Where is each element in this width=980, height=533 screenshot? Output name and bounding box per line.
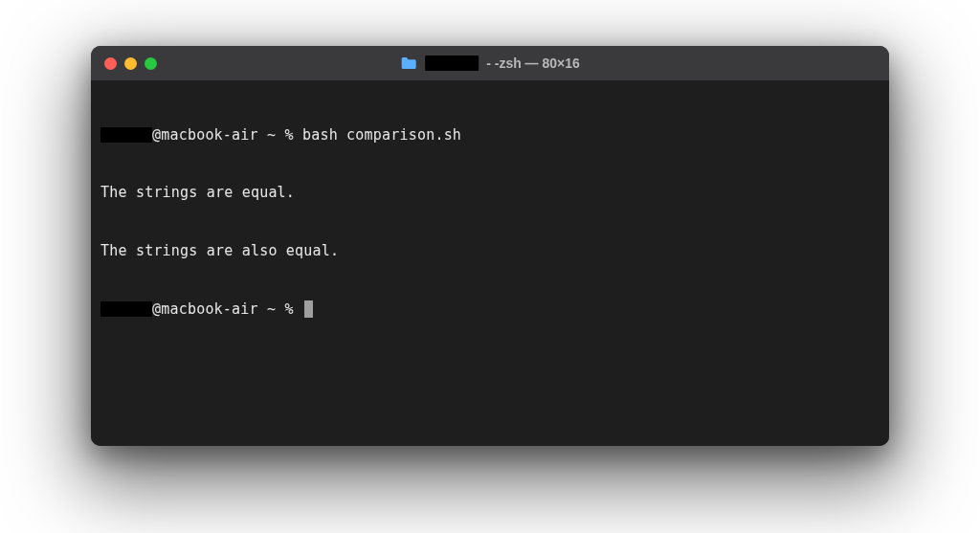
terminal-line: The strings are also equal. xyxy=(100,241,880,260)
window-title: - -zsh — 80×16 xyxy=(400,56,580,71)
terminal-line: @macbook-air ~ % bash comparison.sh xyxy=(100,125,880,144)
output-text: The strings are equal. xyxy=(100,183,295,202)
window-titlebar[interactable]: - -zsh — 80×16 xyxy=(91,46,889,80)
terminal-line: The strings are equal. xyxy=(100,183,880,202)
command-text: bash comparison.sh xyxy=(302,125,461,144)
minimize-button[interactable] xyxy=(124,57,137,70)
redacted-username xyxy=(100,301,152,317)
redacted-username xyxy=(100,127,152,143)
output-text: The strings are also equal. xyxy=(100,241,339,260)
terminal-line: @macbook-air ~ % xyxy=(100,300,880,319)
traffic-lights xyxy=(104,57,157,70)
close-button[interactable] xyxy=(104,57,117,70)
prompt-text: @macbook-air ~ % xyxy=(152,300,302,319)
terminal-window: - -zsh — 80×16 @macbook-air ~ % bash com… xyxy=(91,46,889,446)
redacted-username-title xyxy=(425,56,479,71)
maximize-button[interactable] xyxy=(145,57,157,70)
prompt-text: @macbook-air ~ % xyxy=(152,125,302,144)
cursor xyxy=(304,300,313,318)
folder-icon xyxy=(400,56,417,71)
window-title-text: - -zsh — 80×16 xyxy=(486,56,580,71)
terminal-content[interactable]: @macbook-air ~ % bash comparison.sh The … xyxy=(91,80,889,446)
